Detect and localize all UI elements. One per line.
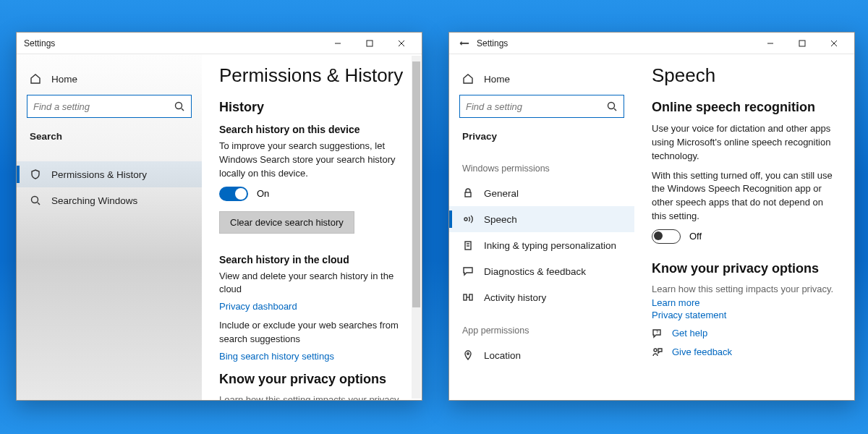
svg-line-5 xyxy=(182,109,184,111)
nav-permissions-history[interactable]: Permissions & History xyxy=(17,161,202,187)
titlebar[interactable]: 🠔 Settings xyxy=(449,33,854,54)
privacy-options-heading: Know your privacy options xyxy=(652,261,837,276)
settings-window-search: Settings Home Search Permissions & Histo… xyxy=(16,32,422,401)
close-button[interactable] xyxy=(818,33,850,54)
device-history-toggle[interactable]: On xyxy=(219,187,404,201)
learn-more-link[interactable]: Learn more xyxy=(652,297,837,308)
toggle-label: On xyxy=(257,188,269,199)
osr-toggle[interactable]: Off xyxy=(652,229,837,244)
category-label: Search xyxy=(30,131,62,142)
nav-searching-windows[interactable]: Searching Windows xyxy=(17,187,202,213)
svg-point-6 xyxy=(32,197,38,203)
search-input[interactable] xyxy=(33,101,174,112)
search-icon xyxy=(174,101,185,112)
titlebar[interactable]: Settings xyxy=(17,33,422,54)
home-nav[interactable]: Home xyxy=(17,66,202,92)
window-title: Settings xyxy=(477,38,754,48)
svg-point-24 xyxy=(654,349,657,352)
nav-label: Inking & typing personalization xyxy=(484,240,616,251)
svg-point-15 xyxy=(464,218,467,221)
clipboard-icon xyxy=(462,239,474,251)
nav-diagnostics[interactable]: Diagnostics & feedback xyxy=(449,258,634,284)
group-app-permissions: App permissions xyxy=(449,319,634,342)
svg-line-13 xyxy=(614,109,616,111)
scrollbar[interactable] xyxy=(412,56,421,399)
home-label: Home xyxy=(51,74,77,85)
feedback-person-icon xyxy=(652,346,663,358)
svg-point-4 xyxy=(176,103,182,109)
cloud-history-desc: View and delete your search history in t… xyxy=(219,270,404,297)
nav-general[interactable]: General xyxy=(449,180,634,206)
nav-location[interactable]: Location xyxy=(449,342,634,368)
clear-history-button[interactable]: Clear device search history xyxy=(219,211,354,234)
page-title: Speech xyxy=(652,64,837,87)
svg-rect-19 xyxy=(464,294,467,300)
content-pane: Permissions & History History Search his… xyxy=(202,54,422,400)
content-pane: Speech Online speech recognition Use you… xyxy=(634,54,854,400)
osr-heading: Online speech recognition xyxy=(652,100,837,115)
maximize-button[interactable] xyxy=(786,33,818,54)
device-history-desc: To improve your search suggestions, let … xyxy=(219,140,404,181)
nav-label: Speech xyxy=(484,214,517,225)
search-icon xyxy=(606,101,618,112)
group-label: Windows permissions xyxy=(462,163,550,174)
get-help-link[interactable]: Get help xyxy=(672,328,707,339)
scrollbar-thumb[interactable] xyxy=(412,61,420,307)
nav-label: Activity history xyxy=(484,292,546,303)
home-label: Home xyxy=(484,74,510,85)
svg-rect-20 xyxy=(469,294,472,300)
give-feedback-link[interactable]: Give feedback xyxy=(672,346,732,357)
nav-inking-typing[interactable]: Inking & typing personalization xyxy=(449,232,634,258)
minimize-button[interactable] xyxy=(754,33,786,54)
svg-point-22 xyxy=(467,353,469,355)
nav-activity-history[interactable]: Activity history xyxy=(449,284,634,310)
give-feedback-row[interactable]: Give feedback xyxy=(652,346,837,358)
privacy-statement-link[interactable]: Privacy statement xyxy=(652,310,837,320)
search-icon xyxy=(30,195,41,206)
category-header: Privacy xyxy=(449,124,634,148)
help-icon: ? xyxy=(652,328,663,339)
minimize-button[interactable] xyxy=(322,33,354,54)
group-windows-permissions: Windows permissions xyxy=(449,157,634,180)
home-icon xyxy=(462,73,474,85)
feedback-icon xyxy=(462,265,474,277)
lock-icon xyxy=(462,187,474,199)
privacy-options-sub: Learn how this setting impacts your priv… xyxy=(219,394,404,400)
nav-label: Searching Windows xyxy=(51,195,137,206)
home-nav[interactable]: Home xyxy=(449,66,634,92)
osr-desc-2: With this setting turned off, you can st… xyxy=(652,169,837,224)
page-title: Permissions & History xyxy=(219,64,404,87)
get-help-row[interactable]: ? Get help xyxy=(652,328,837,339)
category-label: Privacy xyxy=(462,131,497,142)
search-input-wrap[interactable] xyxy=(27,95,192,118)
svg-text:?: ? xyxy=(656,330,659,334)
timeline-icon xyxy=(462,292,474,303)
sidebar: Home Search Permissions & History Search… xyxy=(17,54,202,400)
search-input-wrap[interactable] xyxy=(459,95,624,118)
speech-icon xyxy=(462,213,474,225)
maximize-button[interactable] xyxy=(354,33,386,54)
privacy-dashboard-link[interactable]: Privacy dashboard xyxy=(219,301,404,312)
close-button[interactable] xyxy=(386,33,417,54)
home-icon xyxy=(30,73,41,85)
shield-icon xyxy=(30,169,41,180)
search-input[interactable] xyxy=(466,101,606,112)
privacy-options-sub: Learn how this setting impacts your priv… xyxy=(652,284,837,294)
toggle-label: Off xyxy=(689,231,702,242)
bing-settings-link[interactable]: Bing search history settings xyxy=(219,351,404,362)
svg-rect-14 xyxy=(465,192,471,197)
nav-speech[interactable]: Speech xyxy=(449,206,634,232)
nav-label: Permissions & History xyxy=(51,169,147,180)
location-icon xyxy=(462,349,474,361)
group-label: App permissions xyxy=(462,326,529,336)
history-heading: History xyxy=(219,100,404,115)
back-button[interactable]: 🠔 xyxy=(456,38,472,49)
svg-rect-1 xyxy=(367,41,373,46)
bing-desc: Include or exclude your web searches fro… xyxy=(219,319,404,346)
nav-label: General xyxy=(484,188,519,199)
privacy-options-heading: Know your privacy options xyxy=(219,372,404,387)
window-title: Settings xyxy=(24,38,322,48)
settings-window-privacy: 🠔 Settings Home Privacy Windows permissi… xyxy=(448,32,855,401)
sidebar: Home Privacy Windows permissions General… xyxy=(449,54,634,400)
svg-line-7 xyxy=(38,203,40,205)
